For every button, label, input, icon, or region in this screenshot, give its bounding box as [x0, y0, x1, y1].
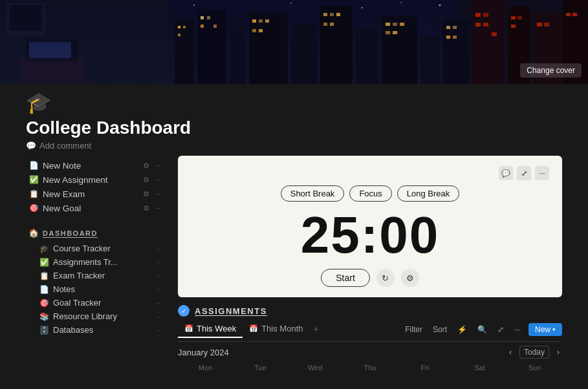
calendar-today-button[interactable]: Today — [519, 346, 549, 359]
new-exam-settings-icon[interactable]: ⚙ — [141, 189, 151, 199]
day-fri: Fri — [397, 363, 452, 373]
notes-icon: 📄 — [39, 285, 49, 294]
svg-rect-6 — [230, 26, 246, 84]
new-note-settings-icon[interactable]: ⚙ — [141, 161, 151, 171]
search-button[interactable]: 🔍 — [475, 324, 490, 335]
sidebar: 📄 New Note ⚙ ··· ✅ New Assignment ⚙ ··· — [26, 156, 165, 389]
svg-rect-14 — [178, 26, 180, 28]
calendar-days-header: Mon Tue Wed Thu Fri Sat Sun — [178, 363, 562, 373]
day-thu: Thu — [343, 363, 398, 373]
new-assignment-settings-icon[interactable]: ⚙ — [141, 175, 151, 185]
assignments-tracker-label: Assignments Tr... — [53, 257, 153, 267]
assignments-tabs: 📅 This Week 📅 This Month + — [178, 321, 323, 337]
goal-tracker-icon: 🎯 — [39, 299, 49, 308]
notes-label: Notes — [53, 284, 153, 294]
svg-point-64 — [400, 2, 402, 3]
new-note-more-icon[interactable]: ··· — [153, 161, 162, 171]
svg-rect-4 — [175, 19, 194, 84]
new-note-label: New Note — [43, 161, 137, 171]
svg-rect-25 — [259, 29, 263, 32]
new-assignment-icon: ✅ — [28, 174, 39, 185]
svg-rect-52 — [537, 23, 542, 26]
assignments-title: ASSIGNMENTS — [195, 306, 267, 316]
timer-more-icon[interactable]: ··· — [535, 166, 549, 180]
dashboard-nav: 🏠 DASHBOARD 🎓 Course Tracker ··· ✅ Assig… — [26, 226, 165, 337]
new-exam-more-icon[interactable]: ··· — [153, 189, 162, 199]
dashboard-label: DASHBOARD — [43, 229, 98, 237]
goal-tracker-more-icon[interactable]: ··· — [157, 299, 162, 307]
change-cover-button[interactable]: Change cover — [520, 63, 582, 78]
tab-this-week-label: This Week — [197, 324, 236, 333]
day-wed: Wed — [288, 363, 343, 373]
new-button-label: New — [535, 325, 550, 334]
assignments-section: ✓ ASSIGNMENTS 📅 This Week 📅 This Month — [178, 305, 562, 373]
add-comment-button[interactable]: 💬 Add comment — [26, 141, 562, 151]
course-tracker-label: Course Tracker — [53, 244, 153, 253]
assignments-header: ✓ ASSIGNMENTS — [178, 305, 562, 317]
sort-button[interactable]: Sort — [430, 324, 450, 335]
svg-rect-10 — [356, 29, 378, 84]
toolbar-right: Filter Sort ⚡ 🔍 ⤢ ··· New ▾ — [402, 323, 562, 339]
more-button[interactable]: ··· — [512, 324, 523, 335]
add-tab-button[interactable]: + — [309, 321, 322, 337]
tab-this-month[interactable]: 📅 This Month — [243, 321, 309, 338]
quick-action-new-exam[interactable]: 📋 New Exam ⚙ ··· — [26, 187, 165, 201]
expand-button[interactable]: ⤢ — [495, 324, 506, 335]
nav-item-course-tracker[interactable]: 🎓 Course Tracker ··· — [26, 242, 165, 255]
timer-tab-focus[interactable]: Focus — [349, 185, 391, 202]
timer-comment-icon[interactable]: 💬 — [499, 166, 513, 180]
databases-more-icon[interactable]: ··· — [157, 326, 162, 334]
quick-action-new-note[interactable]: 📄 New Note ⚙ ··· — [26, 158, 165, 173]
tab-this-week[interactable]: 📅 This Week — [178, 321, 243, 338]
assignments-tracker-icon: ✅ — [39, 258, 49, 267]
quick-action-new-goal[interactable]: 🎯 New Goal ⚙ ··· — [26, 201, 165, 215]
assignments-tracker-more-icon[interactable]: ··· — [157, 258, 162, 266]
svg-rect-44 — [475, 13, 481, 17]
svg-rect-37 — [453, 26, 457, 29]
timer-settings-icon[interactable]: ⚙ — [401, 269, 419, 287]
nav-item-goal-tracker[interactable]: 🎯 Goal Tracker ··· — [26, 296, 165, 310]
timer-expand-icon[interactable]: ⤢ — [517, 166, 531, 180]
svg-rect-46 — [475, 23, 481, 26]
new-goal-more-icon[interactable]: ··· — [153, 204, 162, 213]
new-goal-settings-icon[interactable]: ⚙ — [141, 204, 151, 213]
nav-item-exam-tracker[interactable]: 📋 Exam Tracker ··· — [26, 269, 165, 282]
timer-tab-long-break[interactable]: Long Break — [397, 185, 460, 202]
exam-tracker-more-icon[interactable]: ··· — [157, 272, 162, 280]
svg-rect-7 — [249, 13, 288, 84]
new-assignment-button[interactable]: New ▾ — [528, 323, 562, 336]
svg-rect-27 — [330, 13, 334, 16]
page-title: College Dashboard — [26, 118, 562, 138]
svg-rect-39 — [453, 36, 457, 39]
svg-rect-29 — [323, 23, 327, 26]
svg-rect-38 — [446, 36, 450, 39]
goal-tracker-label: Goal Tracker — [53, 298, 153, 308]
home-icon: 🏠 — [28, 228, 39, 238]
timer-start-button[interactable]: Start — [321, 269, 370, 287]
course-tracker-more-icon[interactable]: ··· — [157, 245, 162, 253]
nav-item-assignments-tracker[interactable]: ✅ Assignments Tr... ··· — [26, 255, 165, 269]
quick-action-new-assignment[interactable]: ✅ New Assignment ⚙ ··· — [26, 173, 165, 187]
calendar-next-icon[interactable]: › — [554, 346, 562, 358]
timer-reset-icon[interactable]: ↻ — [376, 269, 395, 287]
databases-icon: 🗄️ — [39, 326, 49, 335]
bolt-icon[interactable]: ⚡ — [455, 324, 470, 335]
new-assignment-more-icon[interactable]: ··· — [153, 175, 162, 185]
timer-tabs: Short Break Focus Long Break — [191, 185, 549, 202]
cover-image: Change cover — [0, 0, 588, 84]
svg-rect-55 — [572, 13, 577, 16]
resource-library-icon: 📚 — [39, 312, 49, 321]
nav-item-notes[interactable]: 📄 Notes ··· — [26, 282, 165, 296]
filter-button[interactable]: Filter — [402, 324, 425, 335]
notes-more-icon[interactable]: ··· — [157, 286, 162, 293]
nav-item-resource-library[interactable]: 📚 Resource Library ··· — [26, 310, 165, 323]
nav-item-databases[interactable]: 🗄️ Databases ··· — [26, 323, 165, 337]
svg-rect-5 — [197, 10, 226, 84]
resource-library-more-icon[interactable]: ··· — [157, 313, 162, 321]
calendar-nav: ‹ Today › — [506, 346, 562, 359]
timer-display: 25:00 — [191, 209, 549, 261]
new-assignment-label: New Assignment — [43, 175, 137, 185]
svg-rect-60 — [29, 42, 71, 58]
timer-tab-short-break[interactable]: Short Break — [281, 185, 345, 202]
calendar-prev-icon[interactable]: ‹ — [506, 346, 514, 358]
